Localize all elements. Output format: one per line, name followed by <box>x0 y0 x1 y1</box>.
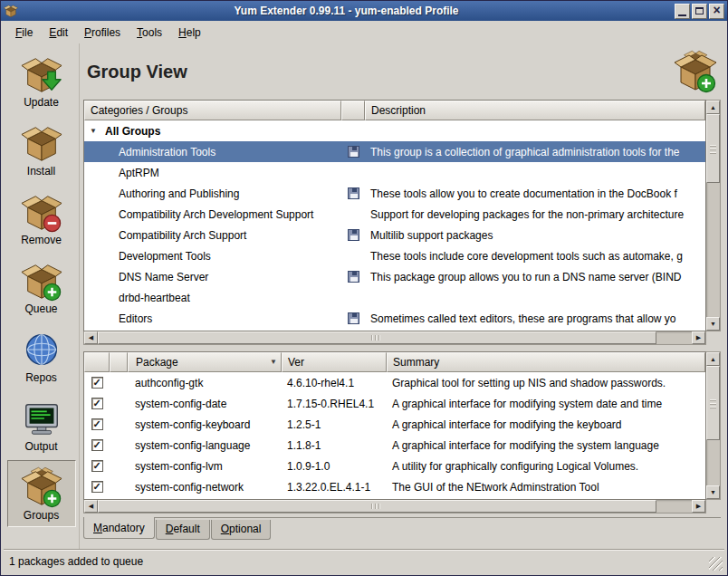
menu-profiles[interactable]: Profiles <box>76 24 129 42</box>
groups-vscroll-thumb[interactable] <box>706 114 720 183</box>
group-name-cell: Authoring and Publishing <box>84 187 341 200</box>
package-summary: Graphical tool for setting up NIS and sh… <box>387 377 705 389</box>
menu-file[interactable]: File <box>7 24 41 42</box>
package-groups-icon <box>21 466 62 508</box>
group-row[interactable]: Compatibility Arch Development SupportSu… <box>84 204 705 225</box>
group-row[interactable]: Administration ToolsThis group is a coll… <box>84 141 705 162</box>
tab-optional[interactable]: Optional <box>211 520 272 540</box>
checkbox[interactable]: ✓ <box>91 418 103 430</box>
monitor-output-icon <box>21 398 62 439</box>
package-checkbox-cell: ✓ <box>84 439 110 451</box>
groups-vscroll-track[interactable] <box>706 114 720 317</box>
sidebar-item-queue[interactable]: Queue <box>7 254 76 321</box>
checkbox[interactable]: ✓ <box>91 377 103 389</box>
group-view-icon <box>674 50 717 93</box>
window-title: Yum Extender 0.99.11 - yum-enabled Profi… <box>22 5 671 17</box>
group-row[interactable]: Development ToolsThese tools include cor… <box>84 245 705 266</box>
group-row[interactable]: ▼All Groups <box>84 120 705 141</box>
floppy-icon <box>348 312 359 324</box>
group-description: This group is a collection of graphical … <box>365 146 705 158</box>
column-header-package[interactable]: Package ▼ <box>128 352 282 372</box>
package-row[interactable]: ✓system-config-network1.3.22.0.EL.4.1-1T… <box>84 476 705 497</box>
resize-grip[interactable] <box>709 557 723 571</box>
package-header-label: Package <box>136 353 178 371</box>
package-row[interactable]: ✓system-config-language1.1.8-1A graphica… <box>84 435 705 456</box>
tab-mandatory[interactable]: Mandatory <box>83 517 155 539</box>
maximize-button[interactable] <box>692 4 707 19</box>
groups-hscroll-track[interactable] <box>98 331 692 344</box>
package-name: system-config-lvm <box>128 460 282 473</box>
group-label: Compatibility Arch Support <box>119 229 246 242</box>
scrollbar-corner <box>706 500 721 514</box>
group-label: Editors <box>119 312 152 325</box>
scroll-down-icon[interactable]: ▼ <box>706 485 720 499</box>
package-version: 4.6.10-rhel4.1 <box>282 377 387 389</box>
scrollbar-corner <box>706 331 721 345</box>
group-description: Support for developing packages for the … <box>365 208 705 221</box>
package-version: 1.7.15-0.RHEL4.1 <box>282 398 387 410</box>
column-header-checkbox[interactable] <box>84 352 110 372</box>
scroll-left-icon[interactable]: ◀ <box>84 331 98 344</box>
menu-tools[interactable]: Tools <box>129 24 170 42</box>
close-button[interactable]: × <box>709 4 724 19</box>
sidebar-item-repos[interactable]: Repos <box>7 322 76 389</box>
package-row[interactable]: ✓system-config-date1.7.15-0.RHEL4.1A gra… <box>84 393 705 414</box>
sidebar-item-groups[interactable]: Groups <box>7 460 76 527</box>
scroll-up-icon[interactable]: ▲ <box>706 101 720 114</box>
sidebar-item-output[interactable]: Output <box>7 391 76 458</box>
scroll-right-icon[interactable]: ▶ <box>692 500 705 513</box>
group-row[interactable]: DNS Name ServerThis package group allows… <box>84 266 705 287</box>
menu-help[interactable]: Help <box>170 24 209 42</box>
sidebar-item-remove[interactable]: Remove <box>7 185 76 252</box>
packages-vertical-scrollbar[interactable]: ▲ ▼ <box>706 351 721 500</box>
sidebar-item-install[interactable]: Install <box>7 116 76 183</box>
packages-hscroll-track[interactable] <box>98 500 692 513</box>
column-header-status-icon[interactable] <box>341 101 365 120</box>
scroll-up-icon[interactable]: ▲ <box>706 352 720 366</box>
package-row[interactable]: ✓authconfig-gtk4.6.10-rhel4.1Graphical t… <box>84 372 705 393</box>
package-row[interactable]: ✓system-config-keyboard1.2.5-1A graphica… <box>84 414 705 435</box>
sidebar-item-update[interactable]: Update <box>7 47 76 114</box>
group-row[interactable]: drbd-heartbeat <box>84 287 705 308</box>
column-header-ver[interactable]: Ver <box>282 352 387 372</box>
groups-hscroll-thumb[interactable] <box>98 331 656 344</box>
column-header-blank[interactable] <box>110 352 128 372</box>
checkbox[interactable]: ✓ <box>91 439 103 451</box>
checkbox[interactable]: ✓ <box>91 460 103 472</box>
scroll-right-icon[interactable]: ▶ <box>692 331 705 344</box>
group-row[interactable]: AptRPM <box>84 162 705 183</box>
group-name-cell: Compatibility Arch Development Support <box>84 208 341 221</box>
sidebar-item-label: Remove <box>21 234 62 246</box>
groups-horizontal-scrollbar[interactable]: ◀ ▶ <box>83 331 706 345</box>
package-version: 1.1.8-1 <box>282 439 387 452</box>
package-row[interactable]: ✓system-config-lvm1.0.9-1.0A utility for… <box>84 456 705 476</box>
expander-icon[interactable]: ▼ <box>90 127 101 135</box>
scroll-left-icon[interactable]: ◀ <box>84 500 98 513</box>
packages-vscroll-track[interactable] <box>706 366 720 485</box>
menu-edit[interactable]: Edit <box>41 24 76 42</box>
minimize-button[interactable] <box>675 4 690 19</box>
column-header-summary[interactable]: Summary <box>387 352 705 372</box>
titlebar[interactable]: Yum Extender 0.99.11 - yum-enabled Profi… <box>1 1 727 21</box>
package-summary: A utility for graphically configuring Lo… <box>387 460 705 473</box>
group-row[interactable]: Authoring and PublishingThese tools allo… <box>84 183 705 204</box>
group-name-cell: Development Tools <box>84 250 341 263</box>
packages-vscroll-thumb[interactable] <box>706 366 720 440</box>
installed-floppy-icon <box>341 187 365 199</box>
column-header-categories-groups[interactable]: Categories / Groups <box>84 101 341 120</box>
checkbox[interactable]: ✓ <box>91 398 103 409</box>
column-header-description[interactable]: Description <box>365 101 705 120</box>
tab-default[interactable]: Default <box>156 520 210 540</box>
groups-vertical-scrollbar[interactable]: ▲ ▼ <box>706 100 721 331</box>
group-row[interactable]: Compatibility Arch SupportMultilib suppo… <box>84 225 705 245</box>
group-content-tabs: MandatoryDefaultOptional <box>83 517 721 540</box>
packages-hscroll-thumb[interactable] <box>98 500 656 513</box>
group-row[interactable]: EditorsSometimes called text editors, th… <box>84 308 705 329</box>
checkbox[interactable]: ✓ <box>91 481 103 493</box>
group-label: Authoring and Publishing <box>119 187 239 200</box>
scroll-down-icon[interactable]: ▼ <box>706 317 720 331</box>
group-label: Administration Tools <box>119 146 216 158</box>
group-label: Compatibility Arch Development Support <box>119 208 313 221</box>
group-description: These tools include core development too… <box>365 250 705 263</box>
packages-horizontal-scrollbar[interactable]: ◀ ▶ <box>83 500 706 514</box>
